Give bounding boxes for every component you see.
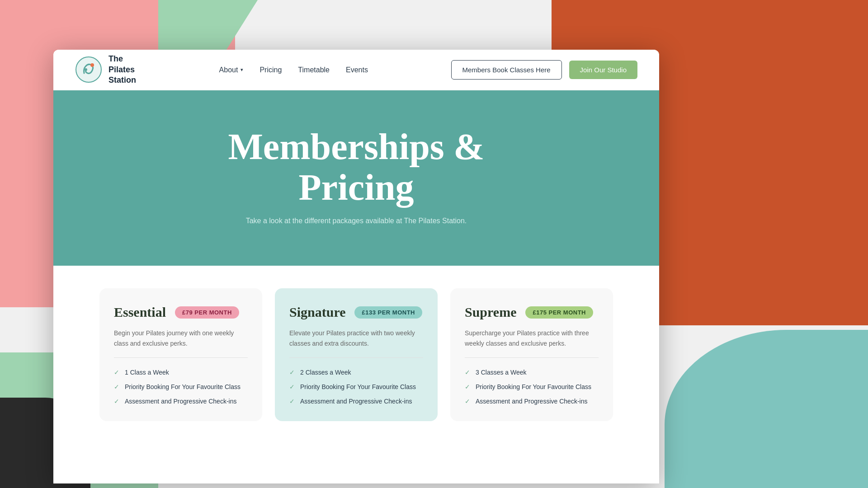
feature-list-supreme: ✓ 3 Classes a Week ✓ Priority Booking Fo… [465, 369, 599, 405]
check-icon: ✓ [114, 383, 119, 390]
logo-text: ThePilatesStation [108, 54, 136, 85]
join-studio-button[interactable]: Join Our Studio [569, 61, 637, 79]
feature-item: ✓ Assessment and Progressive Check-ins [289, 398, 423, 405]
pricing-card-signature: Signature £133 PER MONTH Elevate your Pi… [275, 288, 438, 421]
card-title-signature: Signature [289, 305, 345, 320]
nav-timetable[interactable]: Timetable [298, 66, 330, 74]
feature-item: ✓ 1 Class a Week [114, 369, 248, 376]
check-icon: ✓ [114, 398, 119, 405]
check-icon: ✓ [289, 383, 295, 390]
check-icon: ✓ [289, 369, 295, 376]
svg-point-1 [90, 63, 94, 67]
members-book-button[interactable]: Members Book Classes Here [451, 60, 562, 80]
price-badge-essential: £79 PER MONTH [175, 306, 239, 319]
feature-list-signature: ✓ 2 Classes a Week ✓ Priority Booking Fo… [289, 369, 423, 405]
check-icon: ✓ [114, 369, 119, 376]
hero-title: Memberships &Pricing [75, 127, 637, 208]
nav-events[interactable]: Events [346, 66, 368, 74]
nav-links: About ▾ Pricing Timetable Events [219, 66, 368, 74]
price-badge-signature: £133 PER MONTH [354, 306, 422, 319]
check-icon: ✓ [289, 398, 295, 405]
navbar: ThePilatesStation About ▾ Pricing Timeta… [53, 50, 659, 90]
browser-window: ThePilatesStation About ▾ Pricing Timeta… [53, 50, 659, 483]
svg-point-2 [85, 68, 87, 71]
card-desc-signature: Elevate your Pilates practice with two w… [289, 328, 423, 358]
card-desc-essential: Begin your Pilates journey with one week… [114, 328, 248, 358]
card-header-supreme: Supreme £175 PER MONTH [465, 305, 599, 320]
price-badge-supreme: £175 PER MONTH [525, 306, 593, 319]
feature-list-essential: ✓ 1 Class a Week ✓ Priority Booking For … [114, 369, 248, 405]
feature-item: ✓ Priority Booking For Your Favourite Cl… [114, 383, 248, 390]
card-title-supreme: Supreme [465, 305, 516, 320]
chevron-down-icon: ▾ [241, 67, 243, 73]
card-title-essential: Essential [114, 305, 166, 320]
feature-item: ✓ 2 Classes a Week [289, 369, 423, 376]
hero-subtitle: Take a look at the different packages av… [75, 217, 637, 225]
check-icon: ✓ [465, 383, 470, 390]
nav-about[interactable]: About ▾ [219, 66, 244, 74]
feature-item: ✓ 3 Classes a Week [465, 369, 599, 376]
nav-actions: Members Book Classes Here Join Our Studi… [451, 60, 637, 80]
card-header-essential: Essential £79 PER MONTH [114, 305, 248, 320]
nav-pricing[interactable]: Pricing [259, 66, 282, 74]
feature-item: ✓ Priority Booking For Your Favourite Cl… [465, 383, 599, 390]
check-icon: ✓ [465, 398, 470, 405]
pricing-card-supreme: Supreme £175 PER MONTH Supercharge your … [450, 288, 613, 421]
pricing-section: Essential £79 PER MONTH Begin your Pilat… [53, 266, 659, 439]
card-desc-supreme: Supercharge your Pilates practice with t… [465, 328, 599, 358]
card-header-signature: Signature £133 PER MONTH [289, 305, 423, 320]
svg-point-0 [76, 57, 101, 82]
logo-area[interactable]: ThePilatesStation [75, 54, 136, 85]
feature-item: ✓ Assessment and Progressive Check-ins [114, 398, 248, 405]
feature-item: ✓ Assessment and Progressive Check-ins [465, 398, 599, 405]
pricing-card-essential: Essential £79 PER MONTH Begin your Pilat… [99, 288, 262, 421]
feature-item: ✓ Priority Booking For Your Favourite Cl… [289, 383, 423, 390]
hero-section: Memberships &Pricing Take a look at the … [53, 90, 659, 266]
logo-icon [75, 56, 102, 83]
check-icon: ✓ [465, 369, 470, 376]
bg-teal-shape [665, 330, 868, 488]
